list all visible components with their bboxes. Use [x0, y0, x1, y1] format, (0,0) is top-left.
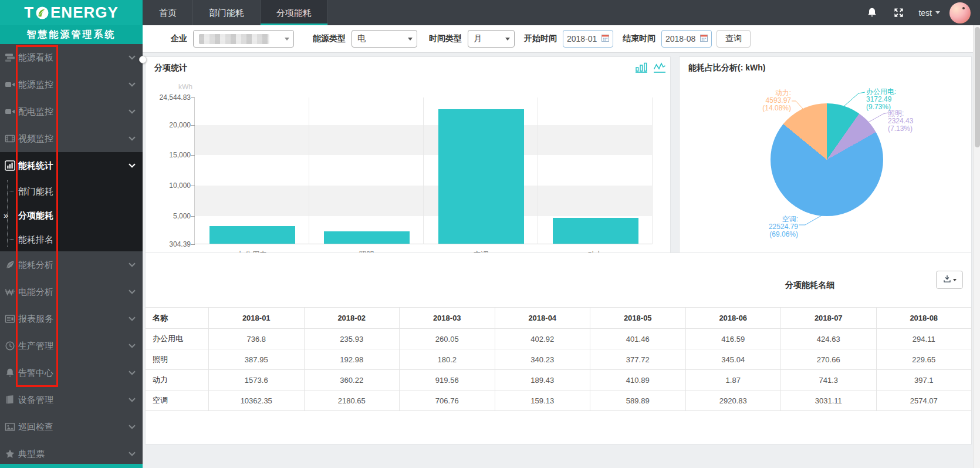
- dashboard-icon: [5, 52, 15, 63]
- chevron-down-icon: [129, 289, 136, 294]
- column-header-2018-07: 2018-07: [781, 308, 877, 329]
- avatar[interactable]: [949, 2, 971, 23]
- bar-chart-toggle-icon[interactable]: [635, 62, 648, 73]
- sidebar-item-报表服务[interactable]: 报表服务: [0, 305, 143, 332]
- top-bar: T ENERGY 首页部门能耗分项能耗 test: [0, 0, 980, 25]
- cell-value: 10362.35: [209, 390, 305, 411]
- cell-value: 736.8: [209, 329, 305, 349]
- line-chart-toggle-icon[interactable]: [653, 62, 666, 73]
- tab-分项能耗[interactable]: 分项能耗: [261, 0, 328, 25]
- tab-部门能耗[interactable]: 部门能耗: [193, 0, 261, 25]
- table-title: 分项能耗名细: [785, 280, 834, 291]
- tab-label: 首页: [159, 8, 177, 18]
- cell-value: 919.56: [400, 370, 495, 390]
- scrollbar-thumb[interactable]: [975, 27, 980, 147]
- chevron-down-icon: [285, 38, 289, 43]
- sidebar-item-能源监控[interactable]: 能源监控: [0, 71, 143, 98]
- energy-type-select[interactable]: 电: [352, 30, 417, 48]
- row-name: 空调: [146, 390, 209, 411]
- sidebar-item-巡回检查[interactable]: 巡回检查: [0, 413, 143, 440]
- row-name: 办公用电: [146, 329, 209, 349]
- y-axis-tick-label: 10,000: [138, 181, 191, 190]
- sidebar-group-视频监控: 视频监控: [0, 125, 143, 152]
- sidebar-item-能耗统计[interactable]: 能耗统计: [0, 152, 143, 179]
- chevron-down-icon: [129, 136, 136, 141]
- fullscreen-icon[interactable]: [893, 7, 904, 18]
- stats-chart-icon: [5, 160, 15, 171]
- sidebar-item-能源看板[interactable]: 能源看板: [0, 44, 143, 71]
- bell-icon[interactable]: [866, 7, 878, 19]
- energy-type-label: 能源类型: [313, 33, 346, 44]
- sidebar-item-设备管理[interactable]: 设备管理: [0, 386, 143, 413]
- chevron-down-icon: [129, 371, 136, 375]
- sidebar-item-能耗分析[interactable]: 能耗分析: [0, 251, 143, 278]
- y-axis-unit: kWh: [178, 83, 192, 91]
- end-date-input[interactable]: 2018-08: [661, 30, 712, 48]
- tab-首页[interactable]: 首页: [143, 0, 193, 25]
- pie-label-办公用电: 办公用电:3172.49(9.73%): [866, 88, 896, 111]
- grid-band: [195, 125, 653, 156]
- calendar-icon: [700, 34, 708, 43]
- book-icon: [5, 395, 15, 405]
- star-icon: [5, 449, 15, 459]
- bar-照明[interactable]: [324, 231, 410, 244]
- bar-plot: 304.395,00010,00015,00020,00024,544.83办公…: [194, 97, 652, 244]
- grid-vline: [309, 97, 309, 244]
- cell-value: 416.59: [685, 329, 781, 349]
- detail-table: 名称2018-012018-022018-032018-042018-05201…: [145, 307, 972, 411]
- logo-text-left: T: [24, 4, 34, 22]
- cell-value: 401.46: [590, 329, 686, 349]
- app-subtitle: 智慧能源管理系统: [0, 25, 143, 44]
- active-arrow-icon: »: [4, 203, 8, 227]
- vertical-scrollbar[interactable]: [973, 25, 980, 468]
- sidebar-subitem-部门能耗[interactable]: 部门能耗: [0, 179, 143, 203]
- chevron-down-icon: [129, 317, 136, 321]
- sidebar: 能源看板能源监控配电监控视频监控能耗统计部门能耗»分项能耗能耗排名能耗分析电能分…: [0, 44, 143, 468]
- chevron-down-icon: [129, 398, 136, 402]
- clock-icon: [5, 341, 15, 351]
- y-axis-tick: [191, 97, 195, 98]
- cell-value: 1.87: [685, 370, 781, 390]
- company-select[interactable]: [193, 30, 294, 48]
- sidebar-item-告警中心[interactable]: 告警中心: [0, 359, 143, 386]
- column-header-2018-03: 2018-03: [400, 308, 495, 329]
- tab-label: 部门能耗: [209, 8, 244, 18]
- sidebar-subitem-分项能耗[interactable]: »分项能耗: [0, 203, 143, 227]
- bar-动力[interactable]: [553, 218, 638, 244]
- bar-空调[interactable]: [438, 109, 524, 244]
- chevron-down-icon: [129, 452, 136, 456]
- chevron-down-icon: [129, 109, 136, 114]
- cell-value: 589.89: [590, 390, 686, 411]
- export-button[interactable]: [936, 271, 963, 289]
- table-row-空调: 空调10362.352180.65706.76159.13589.892920.…: [146, 390, 972, 411]
- start-date-input[interactable]: 2018-01: [563, 30, 613, 48]
- y-axis-tick-label: 24,544.83: [138, 93, 191, 102]
- column-header-2018-02: 2018-02: [304, 308, 400, 329]
- time-type-select[interactable]: 月: [468, 30, 515, 48]
- sidebar-item-视频监控[interactable]: 视频监控: [0, 125, 143, 152]
- sidebar-subitem-能耗排名[interactable]: 能耗排名: [0, 227, 143, 251]
- video-icon: [5, 133, 15, 144]
- sidebar-item-配电监控[interactable]: 配电监控: [0, 98, 143, 125]
- table-panel: 分项能耗名细 名称2018-012018-022018-032018-04201…: [145, 252, 972, 445]
- bar-办公用电[interactable]: [209, 226, 295, 244]
- cell-value: 397.1: [876, 370, 972, 390]
- column-header-2018-04: 2018-04: [495, 308, 590, 329]
- bar-panel-title: 分项统计: [154, 63, 187, 73]
- sidebar-group-能源看板: 能源看板: [0, 44, 143, 71]
- sidebar-bottom-strip: [0, 464, 143, 468]
- sidebar-collapse-knob[interactable]: [139, 56, 147, 63]
- filter-bar: 企业 能源类型 电 时间类型 月 开始时间 2018-01 结束时间 2018-…: [143, 25, 973, 53]
- start-date-value: 2018-01: [567, 34, 597, 43]
- cell-value: 2180.65: [304, 390, 400, 411]
- pie-label-percent: (14.08%): [735, 105, 791, 112]
- export-icon: [943, 275, 951, 285]
- bar-chart-panel: 分项统计 kWh 304.395,00010,00015,00020,00024…: [145, 56, 671, 264]
- sidebar-subitem-label: 分项能耗: [18, 203, 53, 227]
- search-button[interactable]: 查询: [717, 30, 751, 48]
- sidebar-item-label: 巡回检查: [18, 413, 53, 440]
- sidebar-item-电能分析[interactable]: 电能分析: [0, 278, 143, 305]
- pie-chart-panel: 能耗占比分析(: kWh) 办公用电:3172.49(9.73%)照明:2324…: [679, 56, 972, 264]
- user-menu[interactable]: test: [918, 8, 940, 18]
- sidebar-item-生产管理[interactable]: 生产管理: [0, 332, 143, 359]
